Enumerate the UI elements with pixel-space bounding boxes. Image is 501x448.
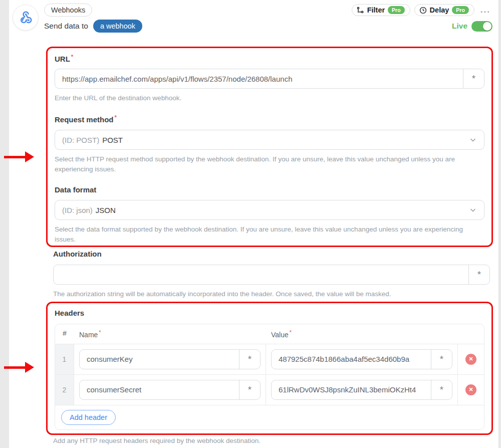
delay-button[interactable]: Delay Pro bbox=[414, 4, 474, 16]
required-asterisk: * bbox=[71, 54, 73, 60]
annotation-arrow-request-settings bbox=[4, 151, 34, 162]
arrow-head bbox=[25, 151, 34, 162]
url-map-variable-button[interactable]: * bbox=[463, 69, 484, 88]
row-index: 2 bbox=[55, 375, 74, 405]
data-format-select[interactable]: (ID: json) JSON bbox=[55, 200, 484, 220]
authorization-map-variable-button[interactable]: * bbox=[468, 265, 489, 284]
headers-table-header-row: # Name* Value* bbox=[55, 324, 484, 344]
data-format-label: Data format bbox=[55, 185, 484, 194]
data-format-value: JSON bbox=[96, 206, 116, 214]
more-options-icon[interactable]: ... bbox=[478, 5, 492, 15]
add-header-button[interactable]: Add header bbox=[61, 410, 116, 425]
webhook-config-card: Webhooks Filter Pro Delay Pro .. bbox=[9, 0, 499, 448]
action-title: Send data to bbox=[44, 22, 88, 31]
request-settings-highlight-box: URL* * Enter the URL of the destination … bbox=[46, 47, 493, 247]
row-name-cell: * bbox=[74, 375, 266, 405]
header-name-input[interactable] bbox=[80, 350, 239, 369]
filter-pro-badge: Pro bbox=[388, 6, 405, 14]
filter-label: Filter bbox=[367, 6, 385, 14]
filter-button[interactable]: Filter Pro bbox=[352, 4, 410, 16]
request-method-value: POST bbox=[102, 136, 123, 144]
arrow-shaft bbox=[4, 156, 25, 158]
webhook-config-page: Webhooks Filter Pro Delay Pro .. bbox=[0, 0, 501, 448]
headers-help-text: Add any HTTP request headers required by… bbox=[53, 437, 261, 444]
column-actions bbox=[458, 324, 484, 344]
clock-icon bbox=[419, 7, 427, 14]
headers-highlight-box: Headers # Name* Value* 1 bbox=[46, 302, 493, 435]
data-format-id: (ID: json) bbox=[62, 206, 93, 214]
value-map-variable-button[interactable]: * bbox=[431, 350, 452, 369]
request-method-field: Request method* (ID: POST) POST Select t… bbox=[55, 114, 484, 174]
headers-table-footer: Add header bbox=[55, 405, 484, 429]
value-input-group: * bbox=[271, 380, 452, 400]
webhook-app-icon bbox=[13, 5, 39, 31]
authorization-input[interactable] bbox=[54, 265, 468, 284]
url-label: URL* bbox=[55, 54, 484, 63]
header-row-1: 1 * * ✕ bbox=[55, 344, 484, 375]
request-method-help-text: Select the HTTP request method supported… bbox=[55, 154, 484, 174]
webhook-icon bbox=[18, 10, 33, 25]
live-toggle[interactable] bbox=[471, 21, 492, 32]
header-value-input[interactable] bbox=[272, 380, 431, 399]
chevron-down-icon bbox=[469, 206, 477, 214]
header-row-2: 2 * * ✕ bbox=[55, 375, 484, 405]
column-index: # bbox=[55, 324, 74, 344]
live-label: Live bbox=[452, 22, 467, 31]
url-help-text: Enter the URL of the destination webhook… bbox=[55, 93, 484, 103]
header-name-input[interactable] bbox=[80, 380, 239, 399]
authorization-help-text: The authorization string will be automat… bbox=[53, 289, 490, 299]
header-value-input[interactable] bbox=[272, 350, 431, 369]
headers-label: Headers bbox=[55, 309, 484, 317]
delete-row-icon[interactable]: ✕ bbox=[465, 354, 476, 365]
name-map-variable-button[interactable]: * bbox=[239, 380, 260, 399]
row-actions-cell: ✕ bbox=[458, 344, 484, 374]
authorization-input-group: * bbox=[53, 265, 490, 285]
live-toggle-knob bbox=[483, 22, 491, 31]
column-value: Value* bbox=[266, 324, 458, 344]
header-title-row: Send data to a webhook Live bbox=[44, 20, 492, 33]
row-actions-cell: ✕ bbox=[458, 375, 484, 405]
row-value-cell: * bbox=[266, 344, 458, 374]
name-input-group: * bbox=[79, 349, 261, 369]
filter-icon bbox=[357, 7, 364, 14]
data-format-help-text: Select the data format supported by the … bbox=[55, 225, 484, 245]
required-asterisk: * bbox=[290, 329, 292, 335]
request-method-select[interactable]: (ID: POST) POST bbox=[55, 130, 484, 150]
row-index: 1 bbox=[55, 344, 74, 374]
required-asterisk: * bbox=[99, 329, 101, 335]
authorization-field: Authorization * The authorization string… bbox=[53, 250, 490, 299]
request-method-label: Request method* bbox=[55, 114, 484, 124]
name-map-variable-button[interactable]: * bbox=[239, 350, 260, 369]
column-name: Name* bbox=[74, 324, 266, 344]
url-field: URL* * Enter the URL of the destination … bbox=[55, 54, 484, 103]
delay-label: Delay bbox=[430, 6, 449, 14]
app-category-pill[interactable]: Webhooks bbox=[44, 4, 92, 17]
value-map-variable-button[interactable]: * bbox=[431, 380, 452, 399]
url-input[interactable] bbox=[55, 69, 463, 88]
annotation-arrow-headers bbox=[4, 362, 34, 373]
arrow-head bbox=[25, 362, 34, 373]
delay-pro-badge: Pro bbox=[452, 6, 469, 14]
action-target-badge[interactable]: a webhook bbox=[93, 20, 142, 33]
data-format-field: Data format (ID: json) JSON Select the d… bbox=[55, 185, 484, 245]
authorization-label: Authorization bbox=[53, 250, 490, 258]
value-input-group: * bbox=[271, 349, 452, 369]
row-name-cell: * bbox=[74, 344, 266, 374]
required-asterisk: * bbox=[115, 114, 117, 120]
request-method-id: (ID: POST) bbox=[62, 136, 99, 144]
arrow-shaft bbox=[4, 366, 25, 369]
delete-row-icon[interactable]: ✕ bbox=[465, 384, 476, 395]
header-actions: Filter Pro Delay Pro ... bbox=[352, 4, 492, 16]
name-input-group: * bbox=[79, 380, 261, 400]
url-input-group: * bbox=[55, 69, 484, 89]
headers-table: # Name* Value* 1 * bbox=[55, 324, 484, 430]
chevron-down-icon bbox=[469, 136, 477, 144]
live-status: Live bbox=[452, 21, 492, 32]
row-value-cell: * bbox=[266, 375, 458, 405]
header-top-row: Webhooks Filter Pro Delay Pro .. bbox=[44, 4, 492, 17]
app-category-label: Webhooks bbox=[51, 6, 85, 14]
